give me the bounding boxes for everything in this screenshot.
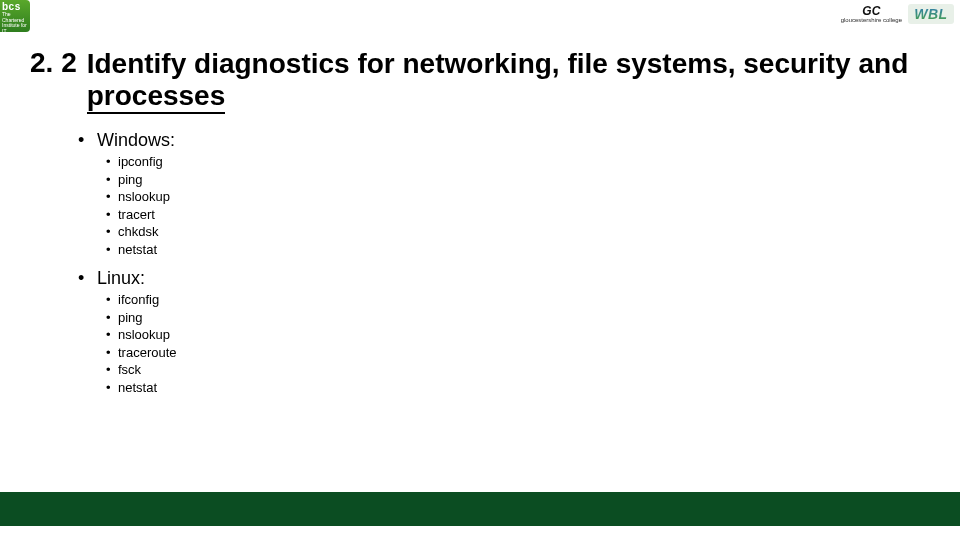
wbl-logo: WBL [908, 4, 954, 24]
windows-list: •ipconfig •ping •nslookup •tracert •chkd… [106, 153, 177, 258]
list-item-text: ping [118, 310, 143, 325]
bullet-icon: • [78, 268, 92, 289]
bullet-icon: • [106, 188, 118, 206]
heading-number: 2. 2 [30, 48, 87, 79]
bullet-icon: • [106, 326, 118, 344]
bullet-icon: • [106, 309, 118, 327]
linux-list: •ifconfig •ping •nslookup •traceroute •f… [106, 291, 177, 396]
list-item-text: ipconfig [118, 154, 163, 169]
gc-logo-name: gloucestershire college [841, 17, 902, 23]
bullet-icon: • [78, 130, 92, 151]
heading-text: Identify diagnostics for networking, fil… [87, 48, 909, 112]
bullet-icon: • [106, 241, 118, 259]
bullet-icon: • [106, 153, 118, 171]
list-item: •ping [106, 171, 177, 189]
bullet-icon: • [106, 291, 118, 309]
bullet-icon: • [106, 171, 118, 189]
list-item: •tracert [106, 206, 177, 224]
list-item-text: nslookup [118, 327, 170, 342]
bcs-logo-tagline: The Chartered Institute for IT [2, 11, 27, 34]
bullet-icon: • [106, 223, 118, 241]
list-item-text: tracert [118, 207, 155, 222]
list-item-text: traceroute [118, 345, 177, 360]
list-item: •nslookup [106, 188, 177, 206]
bullet-icon: • [106, 344, 118, 362]
list-item: •ifconfig [106, 291, 177, 309]
gc-logo-initials: GC [841, 5, 902, 17]
list-item-text: chkdsk [118, 224, 158, 239]
list-item-text: ifconfig [118, 292, 159, 307]
gc-logo: GC gloucestershire college [841, 5, 902, 23]
slide-body: • Windows: •ipconfig •ping •nslookup •tr… [78, 130, 177, 407]
list-item: •fsck [106, 361, 177, 379]
list-item-text: netstat [118, 380, 157, 395]
list-item: •nslookup [106, 326, 177, 344]
list-item: •ping [106, 309, 177, 327]
section-heading-windows: • Windows: [78, 130, 177, 151]
top-right-logos: GC gloucestershire college WBL [841, 4, 954, 24]
section-label: Windows: [97, 130, 175, 150]
section-heading-linux: • Linux: [78, 268, 177, 289]
wbl-logo-text: WBL [914, 6, 947, 22]
bcs-logo: bcs The Chartered Institute for IT [0, 0, 30, 32]
list-item-text: nslookup [118, 189, 170, 204]
list-item-text: netstat [118, 242, 157, 257]
bottom-bar [0, 492, 960, 526]
list-item: •netstat [106, 379, 177, 397]
slide-heading: 2. 2 Identify diagnostics for networking… [30, 48, 930, 112]
list-item-text: fsck [118, 362, 141, 377]
heading-line2: processes [87, 80, 226, 114]
bullet-icon: • [106, 379, 118, 397]
list-item-text: ping [118, 172, 143, 187]
list-item: •ipconfig [106, 153, 177, 171]
heading-line1: Identify diagnostics for networking, fil… [87, 48, 909, 79]
list-item: •traceroute [106, 344, 177, 362]
bullet-icon: • [106, 361, 118, 379]
list-item: •chkdsk [106, 223, 177, 241]
section-label: Linux: [97, 268, 145, 288]
bullet-icon: • [106, 206, 118, 224]
list-item: •netstat [106, 241, 177, 259]
